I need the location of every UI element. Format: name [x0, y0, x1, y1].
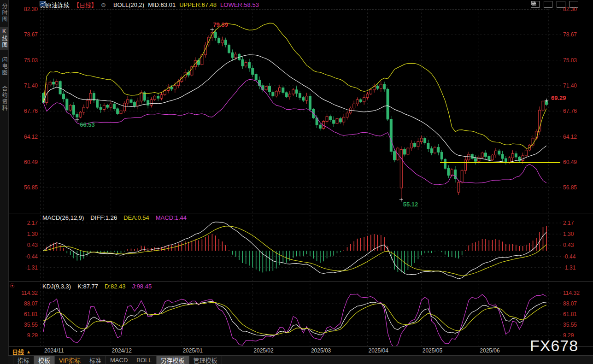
collapse-panel-icon[interactable]: ⊖ [101, 1, 106, 8]
bottom-tab-bar: 指标模板VIP指标标准MACDBOLL另存模板管理模板 [8, 355, 593, 364]
chart-window: 82.3082.3078.6778.6775.0375.0371.4071.40… [0, 0, 593, 364]
watermark: FX678 [530, 337, 578, 355]
kdj-panel-header: KDJ(9,3,3) K:87.77 D:82.43 J:98.45 [42, 283, 152, 290]
tab-boll[interactable]: BOLL [132, 356, 156, 364]
macd-panel-header: MACD(26,12,9) DIFF:1.26 DEA:0.54 MACD:1.… [42, 214, 187, 221]
sidebar-item-time-chart[interactable]: 分时图 [0, 2, 8, 24]
kdj-d-value: D:82.43 [105, 283, 126, 290]
tab-vip-indicator[interactable]: VIP指标 [55, 356, 85, 364]
chart-canvas[interactable] [0, 0, 593, 364]
kdj-j-value: J:98.45 [132, 283, 152, 290]
tab-standard[interactable]: 标准 [85, 356, 106, 364]
boll-params-label: BOLL(20,2) [113, 1, 144, 8]
left-sidebar: 分时图K线图闪电图合约资料 [0, 0, 9, 364]
boll-upper-value: UPPER:67.48 [179, 1, 217, 8]
axis-scale-icon[interactable] [544, 1, 552, 8]
axis-zoom-icon[interactable] [557, 1, 565, 8]
macd-diff-value: DIFF:1.26 [90, 214, 117, 221]
tab-save-template[interactable]: 另存模板 [157, 356, 189, 364]
chart-toolbar [531, 1, 578, 8]
tab-indicator[interactable]: 指标 [13, 356, 34, 364]
kdj-title: KDJ(9,3,3) [42, 283, 71, 290]
macd-title: MACD(26,12,9) [42, 214, 84, 221]
kdj-k-value: K:87.77 [77, 283, 98, 290]
chart-header: 美原油连续 【日线】 ⊖ BOLL(20,2) MID:63.01 UPPER:… [40, 1, 259, 9]
tab-macd[interactable]: MACD [106, 356, 132, 364]
chevron-up-icon: ▲ [26, 349, 31, 354]
period-tag: 【日线】 [73, 0, 97, 9]
macd-dea-value: DEA:0.54 [123, 214, 149, 221]
pan-right-icon[interactable] [570, 1, 578, 8]
sidebar-item-kline-chart[interactable]: K线图 [0, 27, 8, 50]
panel-settings-icon[interactable] [10, 283, 15, 288]
sidebar-item-flash-chart[interactable]: 闪电图 [0, 55, 8, 77]
boll-mid-value: MID:63.01 [148, 1, 176, 8]
macd-macd-value: MACD:1.44 [156, 214, 187, 221]
boll-lower-value: LOWER:58.53 [220, 1, 259, 8]
tab-template[interactable]: 模板 [34, 356, 55, 364]
tab-manage-template[interactable]: 管理模板 [189, 356, 222, 364]
sidebar-item-contract-info[interactable]: 合约资料 [0, 84, 8, 113]
